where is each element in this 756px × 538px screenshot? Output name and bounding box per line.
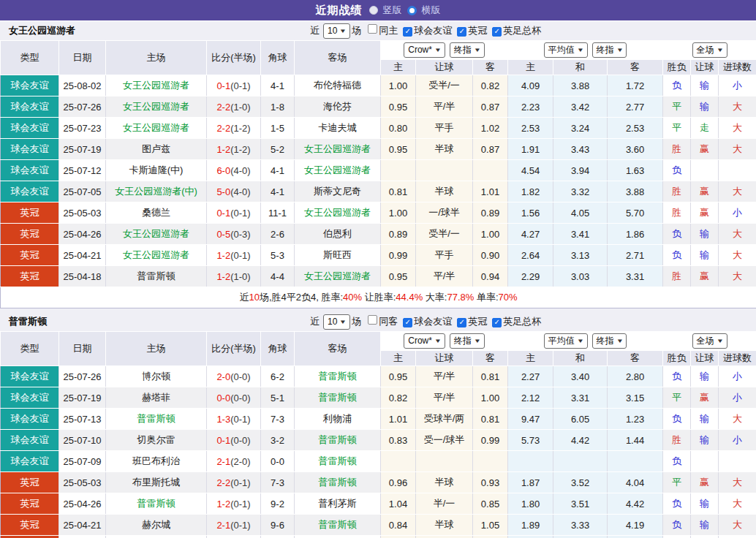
home-team[interactable]: 博尔顿: [106, 366, 207, 387]
home-team[interactable]: 女王公园巡游者: [106, 245, 207, 266]
away-team[interactable]: 女王公园巡游者: [295, 139, 381, 160]
score: 2-1(0-1): [207, 515, 261, 536]
avg-draw: 3.51: [553, 493, 608, 515]
result-outcome: 负: [663, 515, 691, 536]
away-team[interactable]: 女王公园巡游者: [295, 160, 381, 181]
chevron-down-icon: ▼: [716, 338, 723, 344]
layout-radio-horizontal[interactable]: [407, 6, 417, 15]
match-date: 25-07-05: [59, 181, 106, 202]
filter-checkbox[interactable]: [368, 24, 377, 34]
odds-time-select[interactable]: 终指▼: [450, 42, 485, 58]
sub-odds-away: 客: [473, 60, 508, 75]
filter-checkbox[interactable]: ✓: [457, 27, 466, 37]
home-team[interactable]: 女王公园巡游者: [106, 96, 207, 118]
home-team[interactable]: 布里斯托城: [106, 472, 207, 493]
fulltime-select[interactable]: 全场▼: [692, 333, 727, 349]
home-team[interactable]: 赫尔城: [106, 515, 207, 536]
away-team[interactable]: 普雷斯顿: [295, 451, 381, 472]
avg-group-header: 平均值▼终指▼: [508, 332, 663, 351]
sub-avg-away: 客: [608, 60, 663, 75]
result-outcome: 负: [663, 224, 691, 245]
home-team[interactable]: 图卢兹: [106, 139, 207, 160]
corner-score: 4-1: [261, 160, 295, 181]
corner-score: 7-3: [261, 472, 295, 493]
odds-company-select[interactable]: Crow*▼: [404, 42, 445, 58]
away-team[interactable]: 普雷斯顿: [295, 366, 381, 387]
home-team[interactable]: 女王公园巡游者: [106, 118, 207, 139]
result-outcome: 平: [663, 472, 691, 493]
sub-odds-home: 主: [381, 60, 416, 75]
away-team[interactable]: 女王公园巡游者: [295, 266, 381, 287]
score: 1-2(1-0): [207, 266, 261, 287]
avg-away: 1.44: [608, 430, 663, 451]
away-team[interactable]: 普雷斯顿: [295, 430, 381, 451]
away-team[interactable]: 普雷斯顿: [295, 472, 381, 493]
odds-company-select[interactable]: Crow*▼: [404, 333, 445, 349]
avg-draw: 3.31: [553, 387, 608, 409]
fulltime-select[interactable]: 全场▼: [692, 42, 727, 58]
home-team[interactable]: 班巴布利治: [106, 451, 207, 472]
odds-home: 0.95: [381, 536, 416, 538]
away-team[interactable]: 普雷斯顿: [295, 515, 381, 536]
away-team[interactable]: 卡迪夫城: [295, 118, 381, 139]
fulltime-score: 2-1: [216, 520, 230, 531]
chevron-down-icon: ▼: [434, 338, 442, 344]
home-team[interactable]: 女王公园巡游者: [106, 75, 207, 96]
layout-radio-vertical[interactable]: [369, 6, 378, 15]
odds-away: 0.90: [473, 245, 508, 266]
home-team[interactable]: 桑德兰: [106, 202, 207, 224]
avg-away: 1.86: [608, 224, 663, 245]
odds-time-select[interactable]: 终指▼: [450, 333, 485, 349]
score: 0-1(0-0): [207, 430, 261, 451]
avg-time-select[interactable]: 终指▼: [592, 42, 627, 58]
home-team[interactable]: 女王公园巡游者: [106, 224, 207, 245]
home-team[interactable]: 普雷斯顿: [106, 409, 207, 430]
away-team[interactable]: 女王公园巡游者: [295, 202, 381, 224]
avg-time-select[interactable]: 终指▼: [592, 333, 627, 349]
score: 0-1(0-1): [207, 75, 261, 96]
home-team[interactable]: 女王公园巡游者(中): [106, 181, 207, 202]
result-goals: [719, 451, 756, 472]
away-team[interactable]: 布伦特福德: [295, 75, 381, 96]
match-type-badge: 球会友谊: [1, 75, 59, 96]
filter-checkbox[interactable]: ✓: [457, 318, 466, 327]
odds-time-value: 终指: [454, 44, 472, 56]
home-team[interactable]: 卡斯迪隆(中): [106, 160, 207, 181]
match-count-select[interactable]: 10▼: [323, 314, 350, 330]
away-team[interactable]: 斯旺西: [295, 245, 381, 266]
chevron-down-icon: ▼: [339, 28, 347, 34]
fulltime-score: 2-2: [216, 102, 230, 113]
away-team[interactable]: 普雷斯顿: [295, 387, 381, 409]
avg-select[interactable]: 平均值▼: [544, 42, 588, 58]
filter-checkbox[interactable]: ✓: [492, 318, 502, 327]
odds-away: 0.81: [473, 409, 508, 430]
col-home: 主场: [106, 332, 207, 366]
match-date: 25-08-02: [59, 75, 106, 96]
home-team[interactable]: 普雷斯顿: [106, 536, 207, 538]
away-team[interactable]: 利物浦: [295, 409, 381, 430]
away-team[interactable]: 普利茅斯: [295, 493, 381, 515]
match-date: 25-07-09: [59, 451, 106, 472]
away-team[interactable]: 海伦芬: [295, 96, 381, 118]
filter-checkbox[interactable]: ✓: [403, 27, 412, 37]
odds-home: 0.80: [381, 118, 416, 139]
away-team[interactable]: 斯蒂文尼奇: [295, 181, 381, 202]
filter-checkbox[interactable]: [368, 315, 377, 325]
odds-handicap: 半球: [416, 472, 473, 493]
match-count-select[interactable]: 10▼: [323, 23, 350, 39]
avg-select-value: 平均值: [548, 44, 575, 56]
home-team[interactable]: 赫塔菲: [106, 387, 207, 409]
avg-away: 3.15: [608, 387, 663, 409]
odds-handicap: [416, 451, 473, 472]
sub-result: 胜负: [663, 351, 691, 366]
away-team[interactable]: 伯恩利: [295, 224, 381, 245]
home-team[interactable]: 普雷斯顿: [106, 266, 207, 287]
away-team[interactable]: 女王公园巡游者: [295, 536, 381, 538]
filter-checkbox[interactable]: ✓: [403, 318, 412, 327]
home-team[interactable]: 普雷斯顿: [106, 493, 207, 515]
fulltime-score: 2-2: [216, 123, 230, 134]
score: 0-1(0-1): [207, 202, 261, 224]
avg-select[interactable]: 平均值▼: [544, 333, 588, 349]
filter-checkbox[interactable]: ✓: [492, 27, 502, 37]
home-team[interactable]: 切奥尔雷: [106, 430, 207, 451]
